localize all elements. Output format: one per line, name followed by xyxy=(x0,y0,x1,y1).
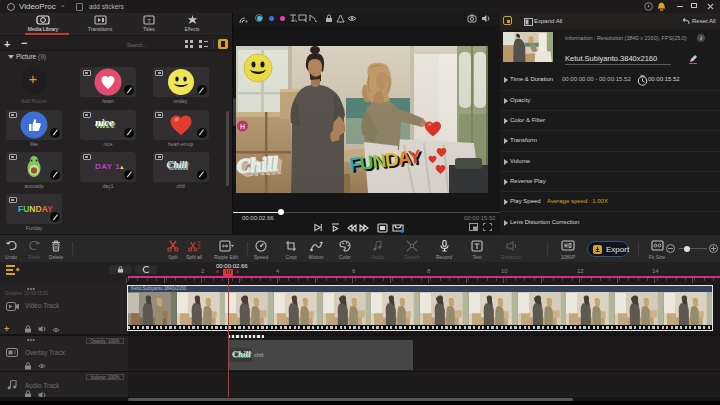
svg-text:T: T xyxy=(147,18,151,24)
